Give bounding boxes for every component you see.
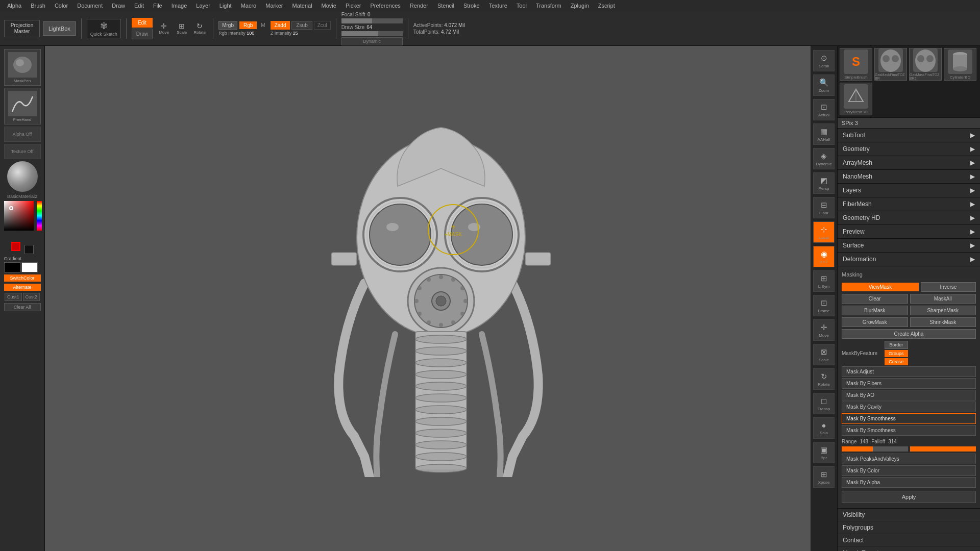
zsub-button[interactable]: Zsub xyxy=(291,21,312,30)
local-nav-button[interactable]: ⊹ Local xyxy=(813,221,835,243)
scroll-nav-button[interactable]: ⊙ Scroll xyxy=(813,50,835,71)
dynamic-button[interactable]: Dynamic xyxy=(341,37,403,45)
scale-nav-button[interactable]: ⊠ Scale xyxy=(813,344,835,365)
range-slider-bar[interactable] xyxy=(842,446,908,452)
fibermesh-header[interactable]: FiberMesh ▶ xyxy=(838,197,980,211)
mask-adjust-button[interactable]: Mask Adjust xyxy=(842,366,976,377)
maskall-button[interactable]: MaskAll xyxy=(910,294,976,304)
masking-header[interactable]: Masking xyxy=(842,269,976,280)
transp-nav-button[interactable]: ◻ Transp xyxy=(813,393,835,414)
persp-nav-button[interactable]: ◩ Persp xyxy=(813,172,835,194)
material-sphere[interactable] xyxy=(7,161,38,192)
menu-image[interactable]: Image xyxy=(167,2,191,10)
aahalf-nav-button[interactable]: ▦ AAHalf xyxy=(813,123,835,145)
rotate-nav-button[interactable]: ↻ Rotate xyxy=(813,368,835,390)
menu-alpha[interactable]: Alpha xyxy=(3,2,26,10)
mask-by-alpha-button[interactable]: Mask By Alpha xyxy=(842,477,976,488)
menu-picker[interactable]: Picker xyxy=(341,2,365,10)
layers-header[interactable]: Layers ▶ xyxy=(838,184,980,197)
alternate-button[interactable]: Alternate xyxy=(4,284,41,291)
brush-preset-simplebr[interactable]: S SimpleBrush xyxy=(840,48,872,81)
brush-preset-gasmask1[interactable]: GasMaskFinalTOZBR xyxy=(874,48,907,81)
menu-movie[interactable]: Movie xyxy=(317,2,340,10)
mask-by-color-button[interactable]: Mask By Color xyxy=(842,465,976,476)
menu-texture[interactable]: Texture xyxy=(485,2,511,10)
canvas-background[interactable]: + +MASK xyxy=(45,46,837,551)
floor-nav-button[interactable]: ⊟ Floor xyxy=(813,197,835,218)
xpose-nav-button[interactable]: ⊞ Xpose xyxy=(813,466,835,488)
mask-by-smoothness-button[interactable]: Mask By Smoothness xyxy=(842,413,976,424)
draw-size-slider[interactable] xyxy=(341,31,403,36)
menu-zplugin[interactable]: Zplugin xyxy=(567,2,593,10)
geometryhd-header[interactable]: Geometry HD ▶ xyxy=(838,211,980,224)
actual-nav-button[interactable]: ⊡ Actual xyxy=(813,99,835,120)
growmask-button[interactable]: GrowMask xyxy=(842,317,908,327)
swatch-black[interactable] xyxy=(4,262,20,272)
menu-color[interactable]: Color xyxy=(51,2,72,10)
menu-marker[interactable]: Marker xyxy=(261,2,287,10)
contact-item[interactable]: Contact xyxy=(838,534,980,547)
xyz-nav-button[interactable]: ◉ XYZ xyxy=(813,246,835,267)
brush-preset-cylinder[interactable]: CylinderBD xyxy=(944,48,976,81)
visibility-item[interactable]: Visibility xyxy=(838,509,980,521)
menu-file[interactable]: File xyxy=(149,2,166,10)
menu-material[interactable]: Material xyxy=(288,2,316,10)
menu-render[interactable]: Render xyxy=(406,2,432,10)
polygroups-item[interactable]: Polygroups xyxy=(838,521,980,534)
mask-by-cavity-button[interactable]: Mask By Cavity xyxy=(842,402,976,412)
createalpha-button[interactable]: Create Alpha xyxy=(842,329,976,339)
mask-by-ao-button[interactable]: Mask By AO xyxy=(842,390,976,400)
groups-button[interactable]: Groups xyxy=(885,350,908,357)
brush-preset-gasmask2[interactable]: GasMaskFinalTOZBR2 xyxy=(909,48,942,81)
move-nav-button[interactable]: ✛ Move xyxy=(813,319,835,341)
clear-all-button[interactable]: Clear All xyxy=(4,303,41,311)
shrinkmask-button[interactable]: ShrinkMask xyxy=(910,317,976,327)
frame-nav-button[interactable]: ⊡ Frame xyxy=(813,295,835,316)
menu-document[interactable]: Document xyxy=(73,2,107,10)
mask-by-fibers-button[interactable]: Mask By Fibers xyxy=(842,378,976,389)
menu-layer[interactable]: Layer xyxy=(192,2,214,10)
quick-sketch-area[interactable]: ✾ Quick Sketch xyxy=(87,19,121,38)
switch-color-button[interactable]: SwitchColor xyxy=(4,274,41,282)
mask-peaks-valleys-button[interactable]: Mask PeaksAndValleys xyxy=(842,454,976,464)
border-button[interactable]: Border xyxy=(885,341,908,349)
menu-tool[interactable]: Tool xyxy=(512,2,531,10)
mask-by-smoothness2-button[interactable]: Mask By Smoothness xyxy=(842,425,976,436)
crease-button[interactable]: Crease xyxy=(885,358,908,365)
preview-header[interactable]: Preview ▶ xyxy=(838,225,980,238)
nanomesh-header[interactable]: NanoMesh ▶ xyxy=(838,170,980,183)
menu-stencil[interactable]: Stencil xyxy=(433,2,458,10)
draw-button[interactable]: Draw xyxy=(132,29,153,39)
color-hue-bar[interactable] xyxy=(37,201,42,231)
dynamic-nav-button[interactable]: ◈ Dynamic xyxy=(813,148,835,169)
brush-maskpen[interactable]: MaskPen xyxy=(4,49,41,86)
foreground-color[interactable] xyxy=(11,242,20,251)
brush-freehand[interactable]: FreeHand xyxy=(4,88,41,124)
menu-stroke[interactable]: Stroke xyxy=(459,2,484,10)
menu-zscript[interactable]: Zscript xyxy=(594,2,619,10)
menu-transform[interactable]: Transform xyxy=(532,2,566,10)
mrgb-button[interactable]: Mrgb xyxy=(218,21,237,30)
projection-master-button[interactable]: ProjectionMaster xyxy=(4,20,40,37)
apply-button[interactable]: Apply xyxy=(842,491,976,503)
alpha-off-item[interactable]: Alpha Off xyxy=(4,127,41,142)
zoom-nav-button[interactable]: 🔍 Zoom xyxy=(813,74,835,96)
surface-header[interactable]: Surface ▶ xyxy=(838,239,980,252)
zcul-button[interactable]: Zcul xyxy=(314,21,331,30)
deformation-header[interactable]: Deformation ▶ xyxy=(838,253,980,266)
blurmask-button[interactable]: BlurMask xyxy=(842,306,908,315)
viewmask-button[interactable]: ViewMask xyxy=(842,283,919,291)
clear-mask-button[interactable]: Clear xyxy=(842,294,908,304)
move-tool[interactable]: ✛ Move xyxy=(156,22,172,35)
background-color[interactable] xyxy=(24,245,34,254)
bpr-nav-button[interactable]: ▣ Bpr xyxy=(813,442,835,463)
rgb-button[interactable]: Rgb xyxy=(239,21,257,29)
menu-edit[interactable]: Edit xyxy=(130,2,148,10)
menu-light[interactable]: Light xyxy=(215,2,236,10)
morph-target-item[interactable]: Morph Target xyxy=(838,547,980,551)
focal-shift-slider[interactable] xyxy=(341,18,403,23)
cust2-button[interactable]: Cust2 xyxy=(23,293,40,301)
sharpenmask-button[interactable]: SharpenMask xyxy=(910,306,976,315)
color-picker[interactable] xyxy=(4,201,41,234)
edit-button[interactable]: Edit xyxy=(132,18,153,28)
